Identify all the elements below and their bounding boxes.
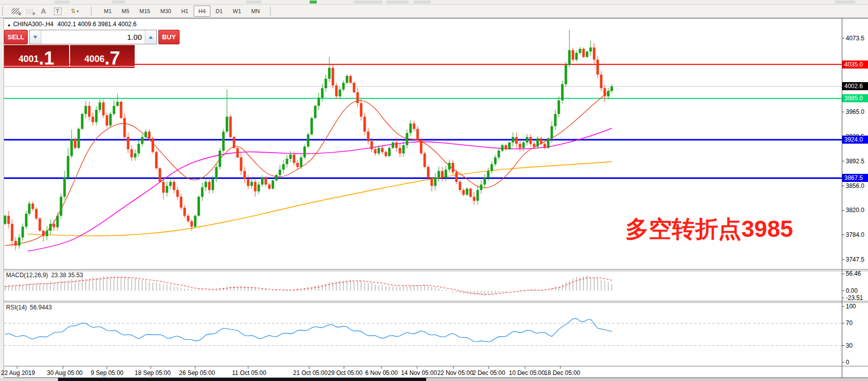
- volume-stepper: [29, 30, 157, 44]
- rsi-line: [5, 319, 612, 342]
- buy-button[interactable]: BUY: [158, 30, 179, 44]
- rsi-indicator-label: RSI(14)56.9443: [6, 304, 55, 311]
- buy-price-small: 4006: [84, 54, 104, 64]
- macd-indicator-label: MACD(12,26,9)23.38 35.53: [6, 272, 86, 279]
- collapse-triangle-icon: ▲: [7, 23, 11, 27]
- sell-price[interactable]: 4001.1: [4, 45, 69, 66]
- ma_slow-line: [28, 161, 612, 236]
- one-click-trading-panel: SELL BUY 4001.1 4006.7: [4, 30, 135, 68]
- sell-button[interactable]: SELL: [4, 30, 28, 44]
- sell-price-big: .1: [39, 51, 54, 66]
- buy-price[interactable]: 4006.7: [70, 45, 135, 66]
- triangle-down-icon: [33, 36, 37, 39]
- chart-text-annotation: 多空转折点3985: [625, 214, 793, 245]
- buy-price-big: .7: [104, 51, 120, 66]
- sell-price-small: 4001: [19, 54, 39, 64]
- triangle-up-icon: [149, 36, 153, 39]
- volume-input[interactable]: [41, 30, 145, 44]
- volume-increase-button[interactable]: [145, 30, 156, 44]
- symbol-timeframe: CHINA300-,H4: [13, 21, 53, 28]
- ohlc-values: 4002.1 4009.6 3981.4 4002.6: [57, 21, 137, 28]
- chart-title: ▲CHINA300-,H44002.1 4009.6 3981.4 4002.6: [7, 21, 137, 28]
- volume-decrease-button[interactable]: [30, 30, 41, 44]
